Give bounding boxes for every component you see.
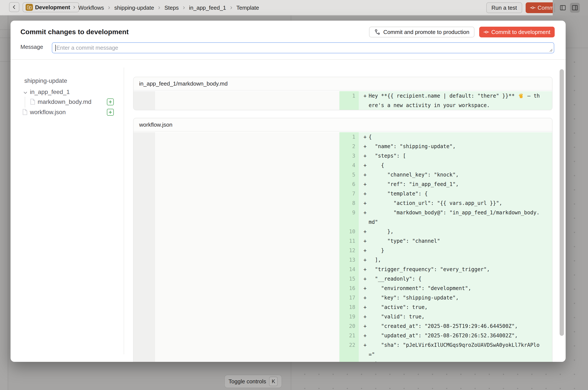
added-code-cell: =" <box>359 350 552 359</box>
added-code-cell: + "trigger_frequency": "every_trigger", <box>359 265 552 274</box>
chevron-down-icon[interactable] <box>23 90 28 95</box>
resize-handle-icon[interactable] <box>549 48 553 52</box>
old-line-gutter <box>134 274 155 284</box>
file-icon <box>30 98 36 105</box>
new-line-number: 11 <box>339 236 359 246</box>
commit-icon <box>530 5 535 10</box>
added-file-indicator[interactable] <box>107 109 114 116</box>
diff-row: 1+Hey **{{ recipient.name | default: "th… <box>134 91 552 101</box>
scrollbar-thumb[interactable] <box>560 69 564 336</box>
code-text: "updated_at": "2025-08-26T20:26:52.36400… <box>369 333 518 339</box>
code-text: "active": true, <box>369 304 428 310</box>
background-divider <box>0 29 10 30</box>
message-label: Message <box>20 44 43 50</box>
diff-add-sign: + <box>359 266 369 272</box>
added-code-cell: + ], <box>359 255 552 265</box>
added-code-cell: + "name": "shipping-update", <box>359 142 552 151</box>
added-code-cell: + { <box>359 161 552 170</box>
commit-to-development-button[interactable]: Commit to development <box>479 27 555 37</box>
added-code-cell: + "markdown_body@": "in_app_feed_1/markd… <box>359 208 552 217</box>
new-line-number: 19 <box>339 312 359 321</box>
toggle-left-panel-button[interactable] <box>558 3 568 13</box>
diff-row: 6+ "ref": "in_app_feed_1", <box>134 180 552 189</box>
old-code-cell <box>155 132 339 142</box>
new-line-number: 18 <box>339 302 359 312</box>
diff-row: 19+ "valid": true, <box>134 312 552 321</box>
promote-branch-icon <box>374 29 381 35</box>
tree-item-workflow-json[interactable]: workflow.json <box>30 109 66 116</box>
old-code-cell <box>155 331 339 340</box>
old-code-cell <box>155 180 339 189</box>
tree-item-markdown-body[interactable]: markdown_body.md <box>38 98 91 105</box>
commit-dialog: Commit changes to development Commit and… <box>10 21 566 362</box>
diff-rows: 1+{2+ "name": "shipping-update",3+ "step… <box>134 132 552 362</box>
old-code-cell <box>155 255 339 265</box>
tree-item-step-folder[interactable]: in_app_feed_1 <box>30 89 70 96</box>
diff-row: 5+ "channel_key": "knock", <box>134 170 552 180</box>
dialog-actions: Commit and promote to production Commit … <box>369 27 555 37</box>
breadcrumb-item[interactable]: Steps <box>164 4 179 11</box>
diff-row: 23+ } <box>134 359 552 362</box>
old-line-gutter <box>134 350 155 359</box>
keyboard-shortcut-badge: K <box>269 377 278 386</box>
back-button[interactable] <box>9 2 19 12</box>
old-code-cell <box>155 208 339 217</box>
commit-message-input[interactable]: Enter a commit message <box>52 42 554 53</box>
diff-row: 13+ ], <box>134 255 552 265</box>
breadcrumb-item[interactable]: Workflows <box>78 4 104 11</box>
old-line-gutter <box>134 293 155 302</box>
diff-add-sign: + <box>359 162 369 168</box>
diff-add-sign: + <box>359 361 369 362</box>
added-code-cell: + "key": "shipping-update", <box>359 293 552 302</box>
toggle-controls-button[interactable]: Toggle controls K <box>224 375 282 388</box>
old-code-cell <box>155 265 339 274</box>
file-icon <box>22 109 28 115</box>
breadcrumb-item[interactable]: in_app_feed_1 <box>189 4 226 11</box>
added-file-indicator[interactable] <box>107 98 114 105</box>
old-line-gutter <box>134 180 155 189</box>
added-code-cell: +{ <box>359 132 552 142</box>
added-code-cell: + "template": { <box>359 189 552 198</box>
code-text: }, <box>369 229 394 235</box>
old-line-gutter <box>134 331 155 340</box>
new-line-number: 3 <box>339 151 359 161</box>
run-a-test-button[interactable]: Run a test <box>486 2 522 13</box>
code-text: "ref": "in_app_feed_1", <box>369 181 459 187</box>
commit-and-promote-button[interactable]: Commit and promote to production <box>369 27 475 37</box>
diff-row: =" <box>134 350 552 359</box>
old-line-gutter <box>134 340 155 350</box>
new-line-number: 8 <box>339 198 359 208</box>
added-code-cell: + "channel_key": "knock", <box>359 170 552 180</box>
diff-rows: 1+Hey **{{ recipient.name | default: "th… <box>134 91 552 110</box>
diff-row: 14+ "trigger_frequency": "every_trigger"… <box>134 265 552 274</box>
old-line-gutter <box>134 91 155 101</box>
new-line-number: 9 <box>339 208 359 217</box>
code-text: } <box>369 247 384 253</box>
added-code-cell: + "updated_at": "2025-08-26T20:26:52.364… <box>359 331 552 340</box>
old-line-gutter <box>134 142 155 151</box>
toggle-right-panel-button[interactable] <box>570 3 580 13</box>
old-code-cell <box>155 350 339 359</box>
old-line-gutter <box>134 132 155 142</box>
diff-add-sign: + <box>359 93 369 99</box>
added-code-cell: + "valid": true, <box>359 312 552 321</box>
tree-divider <box>124 67 124 354</box>
old-line-gutter <box>134 189 155 198</box>
top-bar-dimmed-section <box>553 0 588 15</box>
diff-row: 11+ "type": "channel" <box>134 236 552 246</box>
environment-selector[interactable]: Development <box>23 2 79 12</box>
diff-add-sign: + <box>359 314 369 320</box>
breadcrumb-item[interactable]: shipping-update <box>114 4 154 11</box>
chevron-right-icon <box>72 5 76 9</box>
new-line-number: 10 <box>339 227 359 236</box>
old-line-gutter <box>134 359 155 362</box>
diff-row: 17+ "key": "shipping-update", <box>134 293 552 302</box>
chevron-right-icon <box>107 6 111 10</box>
diff-add-sign: + <box>359 210 369 216</box>
commit-to-development-label: Commit to development <box>491 29 550 36</box>
tree-item-workflow-root[interactable]: shipping-update <box>24 77 67 84</box>
new-line-number: 13 <box>339 255 359 265</box>
diff-row: md" <box>134 217 552 227</box>
added-code-cell: + "type": "channel" <box>359 236 552 246</box>
diff-row: 3+ "steps": [ <box>134 151 552 161</box>
